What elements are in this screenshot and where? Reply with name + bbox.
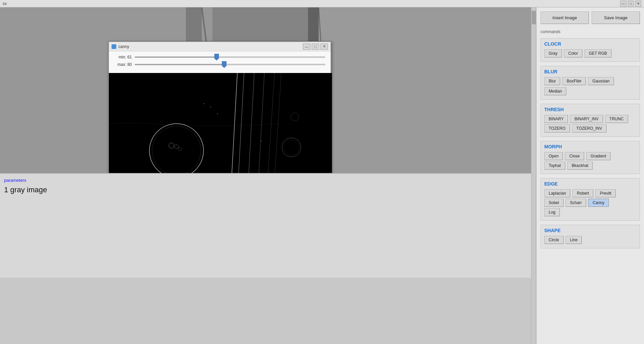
color-button[interactable]: Color [564,49,582,57]
gaussian-button[interactable]: Gaussian [588,77,614,85]
params-title: parameters [4,178,527,183]
canny-minimize[interactable]: — [303,44,310,50]
min-slider[interactable] [135,56,325,58]
maximize-button[interactable]: □ [628,1,634,7]
canny-title: canny [118,44,129,49]
binary-inv-button[interactable]: BINARY_INV [570,115,603,123]
main-scrollbar[interactable] [531,7,536,344]
canny-window-icon [112,44,116,49]
params-text: 1 gray image [4,186,527,194]
max-slider-row: max: 80 [114,62,325,67]
morph-row2: Tophat Bkackhat [544,162,636,170]
circle-button[interactable]: Circle [544,236,564,244]
svg-rect-30 [204,103,204,104]
section-thresh: THRESH BINARY BINARY_INV TRUNC TOZERO TO… [541,104,640,137]
tozero-inv-button[interactable]: TOZERO_INV [572,124,606,132]
svg-rect-28 [210,107,211,107]
sobel-button[interactable]: Sobel [544,199,564,207]
svg-rect-9 [109,73,332,173]
title-bar: cv — □ ✕ [0,0,644,7]
canny-window: canny — □ ✕ min: 61 [108,41,331,173]
previtt-button[interactable]: Previtt [595,189,616,197]
gray-button[interactable]: Gray [544,49,562,57]
top-action-buttons: Insert Image Save Image [541,11,640,24]
trunc-button[interactable]: TRUNC [605,115,628,123]
canny-body: min: 61 max: 80 [109,51,331,73]
section-edge: EDGE Laplacian Robert Previtt Sobel Scha… [541,178,640,221]
right-panel: Insert Image Save Image commands CLOCR G… [536,7,644,344]
max-slider-thumb[interactable] [222,61,226,68]
edge-row2: Sobel Scharr Canny [544,199,636,207]
tophat-button[interactable]: Tophat [544,162,565,170]
thresh-row2: TOZERO TOZERO_INV [544,124,636,132]
line-button[interactable]: Line [566,236,582,244]
canny-button[interactable]: Canny [588,199,609,207]
params-panel: parameters 1 gray image [0,173,531,278]
gradient-button[interactable]: Gradient [586,152,611,160]
svg-rect-31 [261,141,262,141]
canny-close[interactable]: ✕ [320,44,328,50]
insert-image-button[interactable]: Insert Image [541,11,589,24]
clocr-buttons: Gray Color GET RGB [544,49,636,57]
section-morph: MORPH Open Close Gradient Tophat Bkackha… [541,141,640,174]
min-slider-thumb[interactable] [214,54,219,60]
section-blur: BLUR Blur BoxFiler Gaussian Median [541,66,640,100]
blur-buttons: Blur BoxFiler Gaussian Median [544,77,636,95]
blur-button[interactable]: Blur [544,77,560,85]
clocr-title: CLOCR [544,41,636,47]
minimize-button[interactable]: — [620,1,626,7]
shape-buttons: Circle Line [544,236,636,244]
min-label: min: 61 [114,55,135,59]
section-clocr: CLOCR Gray Color GET RGB [541,38,640,62]
window-controls: — □ ✕ [620,1,641,7]
median-button[interactable]: Median [544,87,566,95]
shape-title: SHAPE [544,228,636,233]
thresh-title: THRESH [544,107,636,112]
close-button[interactable]: Close [565,152,584,160]
svg-rect-29 [217,114,218,114]
commands-label: commands [541,29,640,34]
min-slider-row: min: 61 [114,55,325,59]
max-label: max: 80 [114,62,135,67]
open-button[interactable]: Open [544,152,563,160]
tozero-button[interactable]: TOZERO [544,124,570,132]
svg-rect-4 [319,7,531,173]
thresh-row1: BINARY BINARY_INV TRUNC [544,115,636,123]
canny-titlebar: canny — □ ✕ [109,42,331,51]
morph-title: MORPH [544,144,636,149]
bkackhat-button[interactable]: Bkackhat [567,162,593,170]
canny-maximize[interactable]: □ [312,44,319,50]
edge-title: EDGE [544,181,636,187]
app-title: cv [3,1,7,6]
log-button[interactable]: Log [544,208,560,216]
canny-window-controls: — □ ✕ [303,44,328,50]
get-rgb-button[interactable]: GET RGB [585,49,612,57]
scharr-button[interactable]: Scharr [566,199,586,207]
robert-button[interactable]: Robert [572,189,593,197]
morph-row1: Open Close Gradient [544,152,636,160]
section-shape: SHAPE Circle Line [541,225,640,248]
max-slider-fill [135,64,224,65]
blur-title: BLUR [544,69,636,74]
image-top-area: canny — □ ✕ min: 61 [0,7,531,173]
canny-result-image [109,73,332,173]
scroll-thumb[interactable] [532,11,536,24]
save-image-button[interactable]: Save Image [592,11,640,24]
center-panel: canny — □ ✕ min: 61 [0,7,531,344]
max-slider[interactable] [135,64,325,65]
laplacian-button[interactable]: Laplacian [544,189,570,197]
min-slider-fill [135,57,217,57]
edge-row1: Laplacian Robert Previtt [544,189,636,197]
edge-row3: Log [544,208,636,216]
main-area: canny — □ ✕ min: 61 [0,7,644,344]
boxfiler-button[interactable]: BoxFiler [562,77,586,85]
binary-button[interactable]: BINARY [544,115,568,123]
close-button[interactable]: ✕ [635,1,641,7]
